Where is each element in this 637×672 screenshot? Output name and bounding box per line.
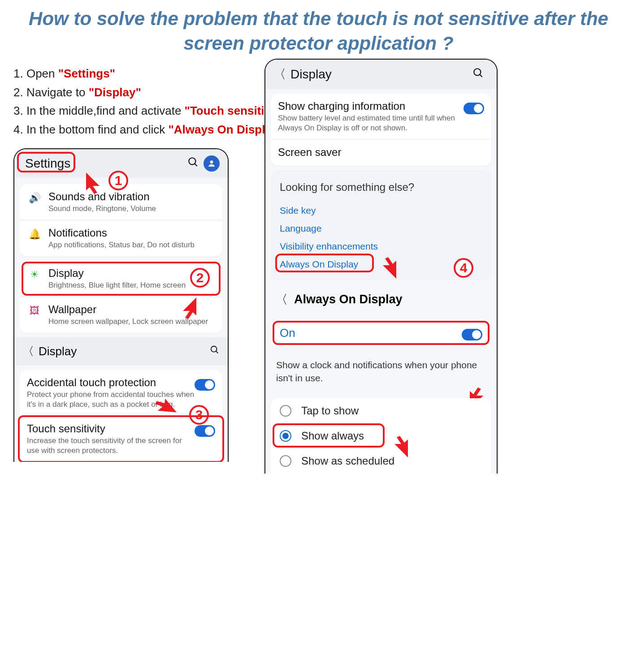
sound-icon: 🔊 — [27, 192, 42, 204]
touch-toggle[interactable] — [195, 425, 215, 437]
display-title: Display — [288, 67, 472, 82]
wallpaper-row[interactable]: 🖼 Wallpaper Home screen wallpaper, Lock … — [20, 297, 222, 333]
aod-on-row[interactable]: On — [271, 319, 491, 348]
display-row[interactable]: ☀ Display Brightness, Blue light filter,… — [20, 261, 222, 297]
option-tap-label: Tap to show — [301, 405, 359, 417]
looking-label: Looking for something else? — [280, 181, 482, 194]
step-1-keyword: "Settings" — [58, 67, 115, 80]
wallpaper-icon: 🖼 — [27, 305, 42, 317]
notifications-title: Notifications — [48, 227, 215, 239]
charging-toggle[interactable] — [464, 103, 484, 114]
touch-sensitivity-row[interactable]: Touch sensitivity Increase the touch sen… — [20, 416, 222, 462]
screensaver-title: Screen saver — [278, 146, 484, 159]
radio-icon — [280, 455, 291, 467]
sounds-sub: Sound mode, Ringtone, Volume — [48, 204, 215, 214]
link-aod[interactable]: Always On Display — [280, 255, 482, 273]
screensaver-row[interactable]: Screen saver — [271, 140, 491, 166]
notifications-sub: App notifications, Status bar, Do not di… — [48, 240, 215, 250]
display-subtitle: Display — [39, 345, 210, 358]
profile-avatar[interactable] — [204, 155, 220, 172]
accidental-sub: Protect your phone from accidental touch… — [27, 390, 195, 409]
display-screen: 〈 Display Show charging information Show… — [264, 59, 498, 474]
radio-icon — [280, 405, 291, 417]
settings-screen: Settings 1 🔊 Sounds and vibration — [13, 148, 229, 462]
back-icon[interactable]: 〈 — [273, 66, 284, 83]
display-row-sub: Brightness, Blue light filter, Home scre… — [48, 280, 215, 290]
option-scheduled-label: Show as scheduled — [301, 455, 394, 467]
link-side-key[interactable]: Side key — [280, 202, 482, 220]
display-row-title: Display — [48, 267, 215, 280]
aod-on-label: On — [280, 326, 462, 340]
svg-point-8 — [474, 69, 481, 75]
aod-description: Show a clock and notifications when your… — [265, 352, 497, 394]
svg-line-9 — [480, 74, 482, 77]
step-2-text: 2. Navigate to — [13, 86, 89, 99]
option-show-always[interactable]: Show always — [271, 423, 491, 448]
accidental-touch-row[interactable]: Accidental touch protection Protect your… — [20, 370, 222, 416]
brightness-icon: ☀ — [27, 269, 42, 280]
link-visibility[interactable]: Visibility enhancements — [280, 237, 482, 255]
back-icon[interactable]: 〈 — [275, 291, 288, 308]
sounds-title: Sounds and vibration — [48, 190, 215, 203]
notification-icon: 🔔 — [27, 228, 42, 240]
step-3-text: 3. In the middle,find and activate — [13, 104, 185, 117]
option-tap-to-show[interactable]: Tap to show — [271, 398, 491, 423]
svg-point-2 — [210, 160, 213, 164]
charging-info-row[interactable]: Show charging information Show battery l… — [271, 94, 491, 140]
link-language[interactable]: Language — [280, 220, 482, 237]
search-icon[interactable] — [472, 67, 484, 82]
wallpaper-title: Wallpaper — [48, 303, 215, 316]
aod-header: 〈 Always On Display — [265, 285, 497, 314]
aod-toggle[interactable] — [462, 329, 482, 340]
display-subheader: 〈 Display — [14, 337, 228, 366]
accidental-title: Accidental touch protection — [27, 376, 195, 389]
step-4-text-a: 4. In the bottom find and click — [13, 123, 168, 136]
option-always-label: Show always — [301, 430, 364, 442]
back-icon[interactable]: 〈 — [22, 344, 34, 359]
looking-for-card: Looking for something else? Side key Lan… — [271, 170, 491, 280]
svg-line-6 — [216, 351, 218, 353]
charging-title: Show charging information — [278, 100, 464, 112]
step-1-text: 1. Open — [13, 67, 58, 80]
radio-icon — [280, 430, 291, 442]
page-title: How to solve the problem that the touch … — [0, 0, 637, 60]
svg-point-5 — [211, 346, 217, 352]
charging-sub: Show battery level and estimated time un… — [278, 113, 464, 133]
step-2-keyword: "Display" — [89, 86, 141, 99]
svg-line-1 — [195, 164, 197, 166]
option-show-scheduled[interactable]: Show as scheduled — [271, 448, 491, 474]
link-aod-label: Always On Display — [280, 259, 358, 269]
search-icon[interactable] — [187, 156, 199, 171]
touch-sub: Increase the touch sensitivity of the sc… — [27, 436, 195, 456]
svg-point-0 — [189, 158, 195, 164]
search-icon[interactable] — [210, 345, 220, 358]
notifications-row[interactable]: 🔔 Notifications App notifications, Statu… — [20, 220, 222, 256]
settings-title: Settings — [22, 156, 187, 171]
sounds-row[interactable]: 🔊 Sounds and vibration Sound mode, Ringt… — [20, 184, 222, 220]
wallpaper-sub: Home screen wallpaper, Lock screen wallp… — [48, 317, 215, 327]
aod-title: Always On Display — [294, 293, 403, 306]
accidental-toggle[interactable] — [195, 379, 215, 391]
touch-title: Touch sensitivity — [27, 422, 195, 435]
